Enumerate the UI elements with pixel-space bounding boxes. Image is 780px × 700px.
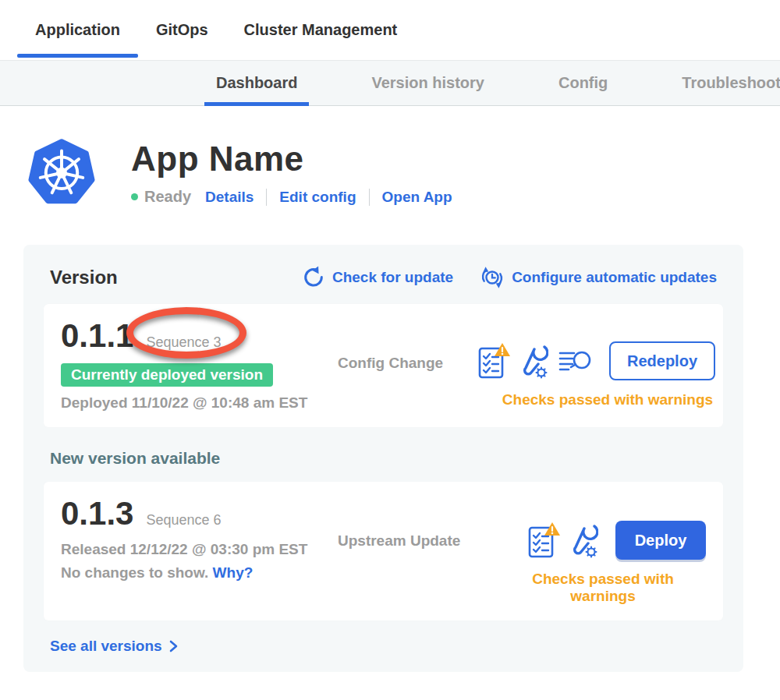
deploy-button[interactable]: Deploy [615, 521, 706, 560]
configure-automatic-updates-link[interactable]: Configure automatic updates [480, 265, 717, 290]
new-version-heading: New version available [50, 449, 723, 468]
why-link[interactable]: Why? [213, 564, 254, 581]
no-changes-text: No changes to show. [61, 564, 208, 581]
details-link[interactable]: Details [205, 189, 254, 206]
current-version-number: 0.1.1 [61, 318, 133, 354]
version-card-title: Version [50, 267, 118, 288]
preflight-checks-icon[interactable] [477, 341, 511, 380]
new-version-row: 0.1.3 Sequence 6 Released 12/12/22 @ 03:… [44, 482, 723, 620]
new-version-sequence: Sequence 6 [146, 512, 221, 529]
refresh-icon [302, 266, 325, 289]
config-wrench-icon[interactable] [570, 522, 598, 558]
check-for-update-link[interactable]: Check for update [302, 266, 453, 289]
status-dot-icon [131, 193, 138, 200]
configure-automatic-updates-label: Configure automatic updates [512, 269, 717, 286]
tab-troubleshoot[interactable]: Troubleshoot [670, 61, 780, 105]
change-type-label: Config Change [338, 318, 477, 412]
redeploy-button[interactable]: Redeploy [609, 341, 715, 380]
open-app-link[interactable]: Open App [382, 189, 452, 206]
view-diff-icon[interactable] [558, 346, 592, 376]
new-version-number: 0.1.3 [61, 496, 133, 532]
app-tab-bar: Dashboard Version history Config Trouble… [0, 60, 780, 106]
divider [266, 189, 267, 206]
deployed-timestamp: Deployed 11/10/22 @ 10:48 am EST [61, 394, 338, 412]
edit-config-link[interactable]: Edit config [279, 189, 356, 206]
divider [369, 189, 370, 206]
status-badge: Ready [144, 188, 191, 206]
checks-status: Checks passed with warnings [477, 391, 715, 408]
version-card: Version Check for update [23, 245, 743, 672]
config-wrench-icon[interactable] [520, 343, 548, 379]
nav-item-application[interactable]: Application [17, 0, 138, 60]
see-all-versions-link[interactable]: See all versions [50, 638, 723, 655]
nav-item-gitops[interactable]: GitOps [138, 0, 226, 60]
preflight-checks-icon[interactable] [526, 521, 561, 560]
checks-status: Checks passed with warnings [477, 571, 706, 605]
tab-dashboard[interactable]: Dashboard [204, 61, 309, 105]
tab-version-history[interactable]: Version history [360, 61, 496, 105]
top-nav: Application GitOps Cluster Management [0, 0, 780, 60]
released-timestamp: Released 12/12/22 @ 03:30 pm EST [61, 541, 338, 558]
app-header: App Name Ready Details Edit config Open … [0, 106, 780, 206]
current-version-row: 0.1.1 Sequence 3 Currently deployed vers… [44, 304, 723, 427]
tab-config[interactable]: Config [547, 61, 619, 105]
check-for-update-label: Check for update [332, 269, 453, 286]
currently-deployed-badge: Currently deployed version [61, 363, 273, 387]
chevron-right-icon [168, 639, 179, 653]
nav-item-cluster-management[interactable]: Cluster Management [226, 0, 416, 60]
see-all-versions-label: See all versions [50, 638, 162, 655]
current-version-sequence: Sequence 3 [146, 334, 221, 351]
change-type-label: Upstream Update [338, 496, 477, 605]
page-title: App Name [131, 141, 452, 177]
clock-cycle-icon [480, 265, 505, 290]
kubernetes-logo-icon [27, 137, 96, 206]
